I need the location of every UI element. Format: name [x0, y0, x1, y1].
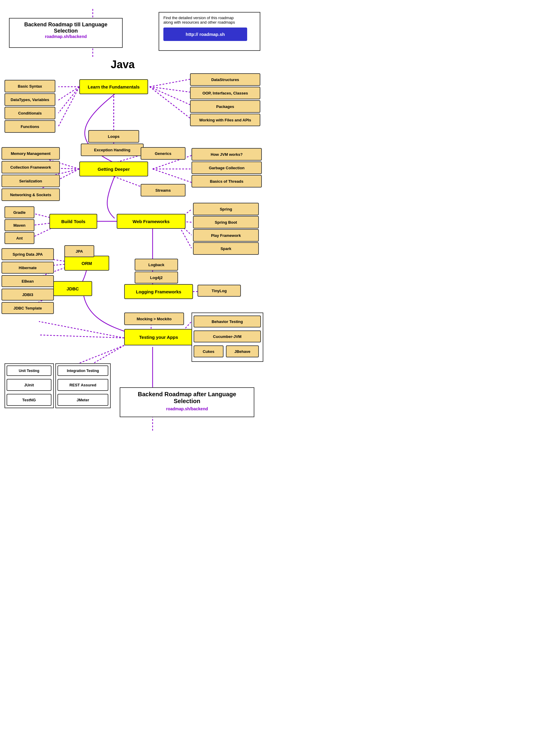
- node-jdbc: JDBC: [53, 281, 92, 296]
- svg-line-7: [150, 87, 190, 105]
- node-play-framework: Play Framework: [193, 229, 259, 242]
- node-garbage-collection: Garbage Collection: [191, 162, 262, 174]
- node-orm: ORM: [64, 256, 109, 271]
- node-ant: Ant: [5, 232, 34, 244]
- node-data-structures: DataStructures: [190, 73, 260, 86]
- node-collection-framework: Collection Framework: [2, 161, 60, 173]
- node-logback: Logback: [134, 259, 178, 271]
- node-spring-data-jpa: Spring Data JPA: [2, 248, 54, 260]
- unit-testing-label: Unit Testing: [7, 365, 51, 376]
- header-title-box: Backend Roadmap till Language Selection …: [9, 18, 123, 48]
- node-conditionals: Conditionals: [5, 107, 55, 119]
- node-spring-boot: Spring Boot: [193, 216, 259, 228]
- info-line2: along with resources and other roadmaps: [163, 20, 255, 24]
- node-jpa: JPA: [64, 245, 94, 257]
- header-link[interactable]: roadmap.sh/backend: [14, 34, 117, 39]
- node-ebean: EBean: [2, 275, 54, 287]
- svg-line-6: [150, 87, 190, 92]
- header-title: Backend Roadmap till Language Selection: [14, 22, 117, 34]
- node-exception-handling: Exception Handling: [81, 144, 144, 156]
- node-hibernate: Hibernate: [2, 262, 54, 274]
- svg-line-8: [150, 87, 190, 118]
- node-gradle: Gradle: [5, 206, 34, 218]
- unit-testing-group: Unit Testing JUnit TestNG: [5, 363, 54, 408]
- node-spark: Spark: [193, 242, 259, 255]
- node-behavior-testing: Behavior Testing: [193, 315, 261, 327]
- backend-after-link[interactable]: roadmap.sh/backend: [125, 406, 249, 411]
- node-tinylog: TinyLog: [197, 285, 241, 297]
- node-spring: Spring: [193, 203, 259, 215]
- svg-line-2: [58, 87, 79, 100]
- java-title: Java: [111, 58, 134, 71]
- info-line1: Find the detailed version of this roadma…: [163, 16, 255, 20]
- node-maven: Maven: [5, 219, 34, 231]
- node-jbehave: JBehave: [226, 346, 259, 357]
- node-log4j2: Log4j2: [134, 271, 178, 283]
- node-networking: Networking & Sockets: [2, 188, 60, 201]
- node-loops: Loops: [88, 130, 139, 143]
- node-files-apis: Working with Files and APIs: [190, 114, 260, 126]
- node-streams: Streams: [141, 184, 186, 197]
- svg-line-38: [39, 335, 124, 338]
- node-basics-threads: Basics of Threads: [191, 175, 262, 187]
- node-serialization: Serialization: [2, 175, 60, 187]
- behavior-testing-group: Behavior Testing Cucumber-JVM Cukes JBeh…: [191, 312, 263, 362]
- svg-line-37: [39, 321, 124, 338]
- node-testing: Testing your Apps: [124, 329, 193, 346]
- node-jdbi3: JDBI3: [2, 289, 54, 301]
- node-web-frameworks: Web Frameworks: [117, 214, 186, 229]
- node-oop: OOP, Interfaces, Classes: [190, 87, 260, 99]
- info-box: Find the detailed version of this roadma…: [159, 12, 260, 51]
- node-cukes: Cukes: [193, 346, 224, 357]
- node-packages: Packages: [190, 100, 260, 113]
- node-generics: Generics: [141, 147, 186, 160]
- svg-line-5: [150, 79, 190, 87]
- svg-line-3: [58, 87, 79, 113]
- node-how-jvm: How JVM works?: [191, 148, 262, 161]
- node-datatypes: DataTypes, Variables: [5, 93, 55, 106]
- node-getting-deeper: Getting Deeper: [79, 162, 148, 176]
- node-functions: Functions: [5, 120, 55, 133]
- node-testng: TestNG: [7, 394, 51, 406]
- svg-line-4: [58, 87, 79, 126]
- node-learn-fundamentals: Learn the Fundamentals: [79, 79, 148, 94]
- backend-after-title: Backend Roadmap after Language Selection: [125, 391, 249, 404]
- node-logging-frameworks: Logging Frameworks: [124, 284, 193, 299]
- svg-line-17: [153, 169, 191, 182]
- node-build-tools: Build Tools: [49, 214, 97, 229]
- node-jdbc-template: JDBC Template: [2, 302, 54, 314]
- node-memory-management: Memory Management: [2, 147, 60, 160]
- node-basic-syntax: Basic Syntax: [5, 80, 55, 92]
- integration-testing-label: Integration Testing: [57, 365, 108, 376]
- info-url[interactable]: http:// roadmap.sh: [163, 27, 247, 41]
- node-rest-assured: REST Assured: [57, 379, 108, 391]
- integration-testing-group: Integration Testing REST Assured JMeter: [55, 363, 111, 408]
- backend-after-box: Backend Roadmap after Language Selection…: [120, 387, 254, 417]
- node-mocking: Mocking > Mockito: [124, 312, 184, 325]
- node-jmeter: JMeter: [57, 394, 108, 406]
- node-cucumber-jvm: Cucumber-JVM: [193, 330, 261, 342]
- node-junit: JUnit: [7, 379, 51, 391]
